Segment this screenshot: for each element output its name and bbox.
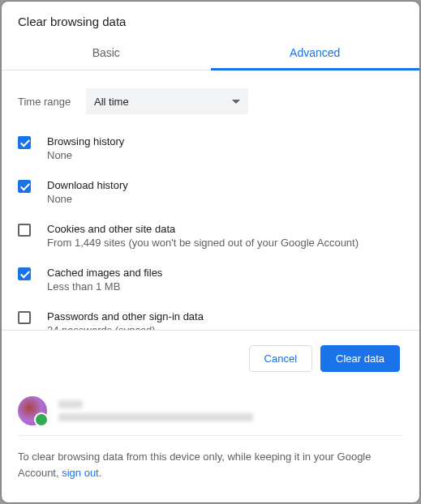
account-info [18, 387, 403, 436]
option-passwords[interactable]: Passwords and other sign-in data 24 pass… [18, 310, 410, 330]
time-range-row: Time range All time [18, 88, 410, 114]
chevron-down-icon [232, 100, 240, 104]
time-range-value: All time [94, 96, 129, 108]
option-browsing-history[interactable]: Browsing history None [18, 135, 410, 161]
checkbox[interactable] [18, 267, 31, 280]
footer-note: To clear browsing data from this device … [2, 436, 419, 493]
option-subtitle: None [47, 149, 124, 161]
clear-data-button[interactable]: Clear data [320, 345, 400, 372]
avatar [18, 396, 47, 425]
checkbox[interactable] [18, 224, 31, 237]
tab-advanced[interactable]: Advanced [211, 36, 420, 70]
options-scroll-area[interactable]: Time range All time Browsing history Non… [2, 70, 419, 330]
option-title: Browsing history [47, 135, 124, 147]
sign-out-link[interactable]: sign out [62, 467, 99, 479]
option-title: Download history [47, 179, 128, 191]
account-name-redacted [58, 400, 83, 408]
option-subtitle: From 1,449 sites (you won't be signed ou… [47, 237, 359, 249]
account-text [58, 400, 253, 421]
account-email-redacted [58, 413, 253, 421]
option-subtitle: None [47, 193, 128, 205]
option-cached[interactable]: Cached images and files Less than 1 MB [18, 267, 410, 293]
option-title: Cookies and other site data [47, 223, 359, 235]
tab-bar: Basic Advanced [2, 36, 419, 70]
dialog-title: Clear browsing data [2, 2, 419, 36]
tab-basic[interactable]: Basic [2, 36, 211, 70]
option-subtitle: 24 passwords (synced) [47, 324, 204, 330]
option-title: Cached images and files [47, 267, 162, 279]
clear-browsing-data-dialog: Clear browsing data Basic Advanced Time … [2, 2, 419, 502]
dialog-actions: Cancel Clear data [2, 331, 419, 387]
checkbox[interactable] [18, 136, 31, 149]
footer-text-after: . [99, 467, 102, 479]
option-title: Passwords and other sign-in data [47, 310, 204, 322]
cancel-button[interactable]: Cancel [249, 345, 312, 372]
time-range-label: Time range [18, 96, 86, 108]
checkbox[interactable] [18, 311, 31, 324]
time-range-select[interactable]: All time [86, 88, 248, 114]
option-subtitle: Less than 1 MB [47, 280, 162, 293]
option-download-history[interactable]: Download history None [18, 179, 410, 205]
option-cookies[interactable]: Cookies and other site data From 1,449 s… [18, 223, 410, 249]
checkbox[interactable] [18, 180, 31, 193]
